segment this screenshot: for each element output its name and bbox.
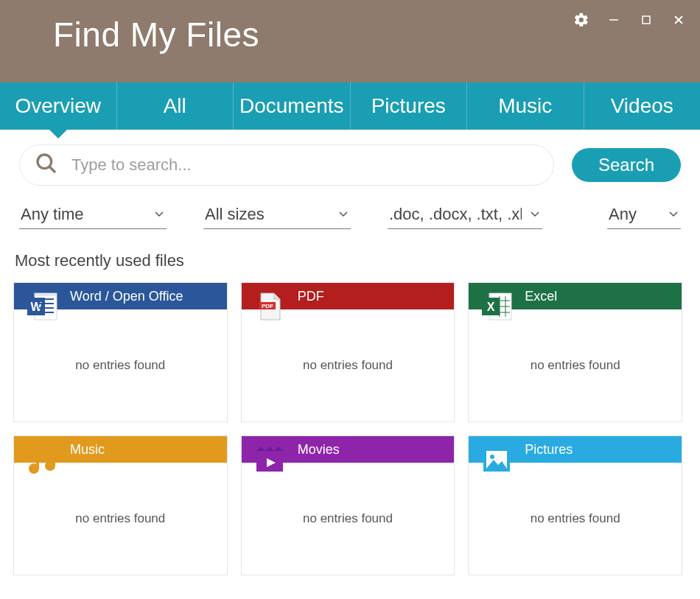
filter-extension-value: .doc, .docx, .txt, .xl: [389, 205, 522, 224]
cards-grid: Word / Open OfficeWno entries foundPDFPD…: [13, 282, 687, 575]
card-title: Pictures: [525, 442, 573, 458]
svg-point-25: [45, 460, 55, 471]
card-body: no entries found: [469, 309, 682, 421]
tab-all[interactable]: All: [117, 83, 234, 130]
card-word[interactable]: Word / Open OfficeWno entries found: [13, 282, 228, 422]
card-excel[interactable]: ExcelXno entries found: [468, 282, 682, 422]
maximize-icon: [640, 14, 652, 29]
tab-overview[interactable]: Overview: [0, 83, 117, 130]
titlebar-controls: [567, 0, 700, 32]
chevron-down-icon: [153, 205, 165, 224]
svg-rect-1: [643, 16, 650, 24]
tab-bar: OverviewAllDocumentsPicturesMusicVideos: [0, 83, 700, 130]
card-body: no entries found: [242, 309, 455, 421]
svg-point-24: [29, 463, 39, 474]
search-row: Search: [13, 144, 687, 186]
card-music[interactable]: Musicno entries found: [13, 435, 228, 575]
filter-other[interactable]: Any: [607, 202, 681, 229]
card-title: PDF: [298, 289, 324, 304]
search-input[interactable]: [71, 155, 542, 175]
movie-icon: [252, 442, 287, 477]
filter-time-value: Any time: [21, 205, 84, 224]
maximize-button[interactable]: [632, 10, 660, 32]
card-title: Excel: [525, 289, 557, 304]
search-button[interactable]: Search: [572, 148, 681, 182]
chevron-down-icon: [337, 205, 349, 224]
card-picture[interactable]: Picturesno entries found: [468, 435, 682, 575]
svg-line-5: [49, 167, 55, 172]
card-pdf[interactable]: PDFPDFno entries found: [241, 282, 455, 422]
svg-text:W: W: [30, 301, 42, 313]
card-body: no entries found: [14, 309, 227, 421]
section-title: Most recently used files: [13, 251, 687, 270]
app-window: Find My Files: [0, 0, 700, 599]
svg-rect-7: [35, 293, 57, 296]
tab-videos[interactable]: Videos: [584, 83, 701, 130]
picture-icon: [479, 442, 514, 477]
filter-row: Any time All sizes .doc, .docx, .txt, .x…: [13, 202, 687, 229]
chevron-down-icon: [668, 205, 679, 224]
filter-time[interactable]: Any time: [19, 202, 167, 229]
settings-button[interactable]: [567, 10, 595, 32]
close-button[interactable]: [665, 10, 693, 32]
minimize-icon: [608, 14, 620, 29]
card-body: no entries found: [469, 463, 682, 575]
tab-music[interactable]: Music: [467, 83, 584, 130]
tab-pictures[interactable]: Pictures: [351, 83, 468, 130]
search-box: [19, 144, 554, 186]
titlebar: Find My Files: [0, 0, 700, 83]
gear-icon: [573, 12, 589, 31]
card-body: no entries found: [14, 463, 227, 575]
app-title: Find My Files: [53, 15, 259, 55]
close-icon: [673, 14, 685, 29]
filter-size-value: All sizes: [205, 205, 265, 224]
tab-documents[interactable]: Documents: [234, 83, 351, 130]
word-icon: W: [24, 289, 60, 324]
svg-point-30: [490, 455, 494, 459]
search-icon: [35, 152, 58, 178]
excel-icon: X: [479, 289, 514, 324]
filter-extension[interactable]: .doc, .docx, .txt, .xl: [388, 202, 542, 229]
card-title: Music: [70, 442, 105, 458]
minimize-button[interactable]: [600, 10, 628, 32]
pdf-icon: PDF: [252, 289, 287, 324]
card-title: Word / Open Office: [70, 289, 183, 304]
svg-point-4: [38, 155, 52, 169]
svg-text:PDF: PDF: [262, 303, 273, 309]
card-title: Movies: [298, 442, 340, 458]
filter-size[interactable]: All sizes: [203, 202, 351, 229]
card-movie[interactable]: Moviesno entries found: [241, 435, 455, 575]
filter-other-value: Any: [609, 205, 637, 224]
chevron-down-icon: [529, 205, 541, 224]
content-area: Search Any time All sizes .doc, .docx, .…: [0, 130, 700, 599]
music-icon: [24, 442, 60, 477]
card-body: no entries found: [242, 463, 455, 575]
